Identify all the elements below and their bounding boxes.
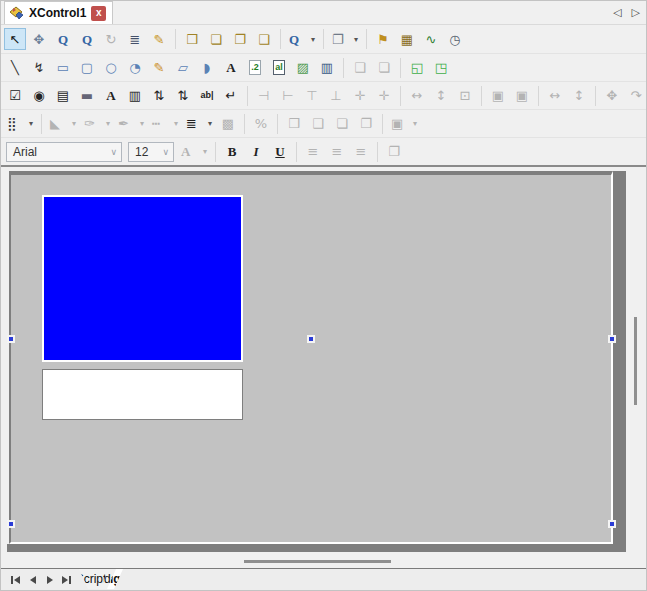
align-right-edges-button[interactable]: ⊢: [277, 85, 299, 107]
rotate-selection-button[interactable]: ↷: [625, 85, 646, 107]
roundrect-tool-button[interactable]: ▢: [76, 57, 98, 79]
underline-button-button[interactable]: U: [269, 141, 291, 163]
first-tab-button[interactable]: [7, 572, 24, 588]
align-text-left-button[interactable]: ≡: [302, 141, 324, 163]
next-tab-button[interactable]: [41, 572, 58, 588]
bold-button-button[interactable]: B: [221, 141, 243, 163]
image-tool-button[interactable]: ▨: [292, 57, 314, 79]
grid-menu-button[interactable]: ⣿▾: [4, 113, 36, 135]
selection-handle-middle-left[interactable]: [7, 520, 15, 528]
space-equally-vertical-button[interactable]: ↕: [568, 85, 590, 107]
align-left-edges-button[interactable]: ⊣: [253, 85, 275, 107]
align-bottom-edges-button[interactable]: ⊥: [325, 85, 347, 107]
numeric-display-tool-button[interactable]: .2: [244, 57, 266, 79]
word-wrap-tool-button[interactable]: ↵: [220, 85, 242, 107]
font-size-combo[interactable]: 12∨: [128, 142, 174, 162]
text-tool-button[interactable]: A: [220, 57, 242, 79]
scroll-tabs-right-icon[interactable]: ▷: [632, 5, 640, 19]
tab-order-tool-button[interactable]: ≣: [124, 28, 146, 50]
space-equally-horizontal-button[interactable]: ↔: [544, 85, 566, 107]
polygon-tool-button[interactable]: ▱: [172, 57, 194, 79]
datasets-viewer-button[interactable]: ▦: [396, 28, 418, 50]
last-tab-button[interactable]: [58, 572, 75, 588]
blue-rectangle[interactable]: [42, 195, 243, 362]
group-tool-button[interactable]: ❑: [349, 57, 371, 79]
align-text-center-button[interactable]: ≡: [326, 141, 348, 163]
edit-box-tool-button[interactable]: ab|: [196, 85, 218, 107]
connect-tool-button[interactable]: ◱: [406, 57, 428, 79]
line-color-button[interactable]: ✒▾: [115, 113, 147, 135]
shadow-menu-button[interactable]: ▣▾: [388, 113, 420, 135]
scroll-tabs-left-icon[interactable]: ◁: [613, 5, 621, 19]
nudge-down-button[interactable]: ❑: [307, 113, 329, 135]
zoom-tool-button[interactable]: Q: [52, 28, 74, 50]
font-color-button[interactable]: A▾: [178, 141, 210, 163]
make-same-width-button[interactable]: ↔: [406, 85, 428, 107]
pencil-tool-button[interactable]: ✎: [148, 57, 170, 79]
zoom-menu-button[interactable]: Q▾: [286, 28, 318, 50]
line-width-button[interactable]: ≣▾: [183, 113, 215, 135]
scale-ruler-tool-button[interactable]: ▥: [316, 57, 338, 79]
ungroup-tool-button[interactable]: ❏: [373, 57, 395, 79]
edit-script-tool-button[interactable]: ✎: [148, 28, 170, 50]
nudge-right-button[interactable]: ❐: [355, 113, 377, 135]
updown-tool-button[interactable]: ⇅: [172, 85, 194, 107]
nudge-left-button[interactable]: ❏: [331, 113, 353, 135]
fill-color-button[interactable]: ◣▾: [47, 113, 79, 135]
combobox-tool-button[interactable]: ▥: [124, 85, 146, 107]
radiobutton-tool-button[interactable]: ◉: [28, 85, 50, 107]
nudge-up-button[interactable]: ❒: [283, 113, 305, 135]
send-to-back-button[interactable]: ❏: [205, 28, 227, 50]
text-label-tool-button[interactable]: al: [268, 57, 290, 79]
send-to-window-button[interactable]: ❐: [383, 141, 405, 163]
fill-effects-button[interactable]: ▩: [217, 113, 239, 135]
align-top-edges-button[interactable]: ⊤: [301, 85, 323, 107]
rotate-tool-button[interactable]: ↻: [100, 28, 122, 50]
brush-style-button[interactable]: ✑▾: [81, 113, 113, 135]
layers-menu-button[interactable]: ❐▾: [329, 28, 361, 50]
italic-button-button[interactable]: I: [245, 141, 267, 163]
font-label-tool-button[interactable]: A: [100, 85, 122, 107]
alarm-viewer-button[interactable]: ⚑: [372, 28, 394, 50]
rectangle-tool-button[interactable]: ▭: [52, 57, 74, 79]
selection-handle-top-middle[interactable]: [307, 335, 315, 343]
white-rectangle[interactable]: [42, 369, 243, 420]
line-style-button[interactable]: ┅▾: [149, 113, 181, 135]
connect-add-tool-button[interactable]: ◳: [430, 57, 452, 79]
send-backward-button[interactable]: ❑: [253, 28, 275, 50]
arc-tool-button[interactable]: ◔: [124, 57, 146, 79]
selection-handle-top-left[interactable]: [7, 335, 15, 343]
selection-handle-middle-right[interactable]: [608, 520, 616, 528]
prev-tab-button[interactable]: [24, 572, 41, 588]
bring-to-front-button[interactable]: ❒: [181, 28, 203, 50]
checkbox-tool-button[interactable]: ☑: [4, 85, 26, 107]
make-same-height-button[interactable]: ↕: [430, 85, 452, 107]
polyline-tool-button[interactable]: ↯: [28, 57, 50, 79]
center-vertically-button[interactable]: ▣: [511, 85, 533, 107]
align-centers-button[interactable]: ✛: [373, 85, 395, 107]
vertical-scrollbar-thumb[interactable]: [634, 317, 637, 405]
make-same-size-button[interactable]: ⊡: [454, 85, 476, 107]
zoom-area-tool-button[interactable]: Q: [76, 28, 98, 50]
align-text-right-button[interactable]: ≡: [350, 141, 372, 163]
freeform-tool-button[interactable]: ◗: [196, 57, 218, 79]
design-surface[interactable]: [9, 171, 613, 544]
close-tab-button[interactable]: x: [91, 6, 106, 21]
selection-handle-top-right[interactable]: [608, 335, 616, 343]
listbox-tool-button[interactable]: ▤: [52, 85, 74, 107]
document-tab-xcontrol1[interactable]: XControl1 x: [4, 1, 113, 24]
move-selection-button[interactable]: ✥: [601, 85, 623, 107]
center-horizontally-button[interactable]: ▣: [487, 85, 509, 107]
spinner-tool-button[interactable]: ⇅: [148, 85, 170, 107]
button-tool-button[interactable]: ▬: [76, 85, 98, 107]
percent-scale-button[interactable]: %: [250, 113, 272, 135]
horizontal-scrollbar-thumb[interactable]: [244, 560, 391, 563]
font-family-combo[interactable]: Arial∨: [6, 142, 122, 162]
line-tool-button[interactable]: ╲: [4, 57, 26, 79]
pointer-tool-button[interactable]: ↖: [4, 28, 26, 50]
align-middles-button[interactable]: ✛: [349, 85, 371, 107]
ellipse-tool-button[interactable]: ○: [100, 57, 122, 79]
runtime-clock-button[interactable]: ◷: [444, 28, 466, 50]
bring-forward-button[interactable]: ❐: [229, 28, 251, 50]
pan-tool-button[interactable]: ✥: [28, 28, 50, 50]
